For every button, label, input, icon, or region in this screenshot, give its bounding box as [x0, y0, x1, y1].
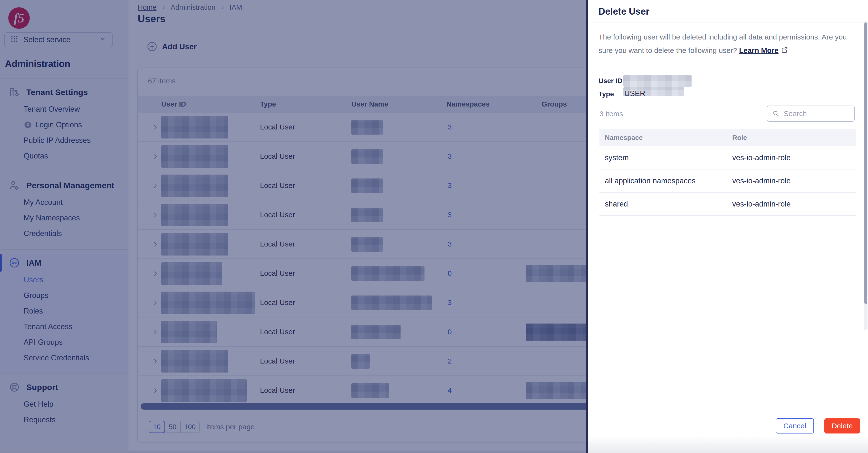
namespace-cell: shared: [605, 192, 628, 215]
role-cell: ves-io-admin-role: [732, 192, 790, 215]
drawer-column-header-role[interactable]: Role: [732, 129, 747, 146]
delete-user-drawer: Delete User The following user will be d…: [586, 0, 868, 453]
delete-warning-text: The following user will be deleted inclu…: [598, 30, 857, 57]
drawer-table-row: sharedves-io-admin-role: [599, 192, 856, 216]
drawer-items-count: 3 items: [599, 110, 623, 118]
role-cell: ves-io-admin-role: [732, 146, 790, 169]
search-icon: [772, 110, 780, 118]
drawer-title: Delete User: [598, 6, 649, 17]
drawer-table-header: NamespaceRole: [599, 129, 856, 146]
delete-button[interactable]: Delete: [825, 418, 860, 433]
user-id-label: User ID: [598, 77, 622, 85]
drawer-table-body: systemves-io-admin-roleall application n…: [599, 146, 856, 216]
namespace-cell: all application namespaces: [605, 170, 695, 192]
drawer-bottom-fade: [588, 436, 868, 453]
drawer-search-box[interactable]: [767, 105, 855, 122]
drawer-column-header-namespace[interactable]: Namespace: [605, 129, 643, 146]
type-label: Type: [598, 90, 614, 98]
external-link-icon: [781, 44, 788, 52]
role-cell: ves-io-admin-role: [732, 170, 790, 192]
namespace-cell: system: [605, 146, 629, 169]
redacted-user-id: [623, 75, 691, 87]
warning-message: The following user will be deleted inclu…: [598, 33, 847, 54]
drawer-title-divider: [588, 22, 868, 23]
drawer-table-row: systemves-io-admin-role: [599, 146, 856, 170]
vertical-scrollbar-thumb[interactable]: [864, 23, 867, 304]
drawer-search-input[interactable]: [784, 110, 849, 118]
cancel-button[interactable]: Cancel: [776, 418, 814, 433]
type-value: USER: [624, 89, 645, 98]
drawer-table-row: all application namespacesves-io-admin-r…: [599, 170, 856, 192]
namespace-role-table: NamespaceRole systemves-io-admin-roleall…: [599, 129, 856, 216]
learn-more-link[interactable]: Learn More: [739, 46, 779, 54]
